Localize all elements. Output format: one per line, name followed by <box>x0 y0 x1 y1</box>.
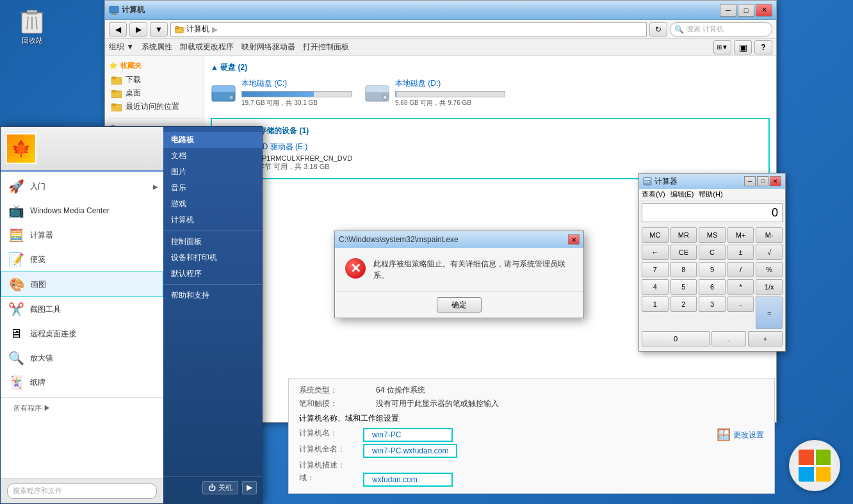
back-button[interactable]: ◀ <box>109 22 127 37</box>
calc-menu-edit[interactable]: 编辑(E) <box>670 190 694 199</box>
start-item-wmc[interactable]: 📺 Windows Media Center <box>1 199 163 223</box>
right-item-cpanel[interactable]: 控制面板 <box>163 234 262 250</box>
calc-equals-right[interactable]: = <box>756 297 783 329</box>
calc-dot[interactable]: . <box>711 331 746 346</box>
address-bar[interactable]: 计算机 ▶ <box>170 22 647 37</box>
calc-add[interactable]: + <box>748 331 783 346</box>
start-item-notes[interactable]: 📝 便笺 <box>1 247 163 272</box>
calc-sqrt[interactable]: √ <box>756 245 783 260</box>
start-item-rdp[interactable]: 🖥 远程桌面连接 <box>1 321 163 346</box>
toolbar-organize[interactable]: 组织 ▼ <box>109 42 134 53</box>
calc-5[interactable]: 5 <box>670 279 697 295</box>
drive-c[interactable]: 本地磁盘 (C:) 19.7 GB 可用，共 30.1 GB <box>211 78 352 108</box>
start-menu-right: 电路板 文档 图片 音乐 游戏 计算机 控制面板 设备和打印机 <box>163 127 262 503</box>
calc-back[interactable]: ← <box>642 245 669 260</box>
calc-maximize[interactable]: □ <box>757 176 768 186</box>
calc-7[interactable]: 7 <box>642 262 669 277</box>
calc-9[interactable]: 9 <box>699 262 726 277</box>
calc-mminus[interactable]: M- <box>756 227 783 243</box>
calc-0[interactable]: 0 <box>642 331 710 346</box>
start-search-input[interactable]: 搜索程序和文件 <box>7 484 157 499</box>
toolbar-system-props[interactable]: 系统属性 <box>142 42 172 53</box>
calc-title-text: 计算器 <box>654 176 678 187</box>
recycle-bin-label: 回收站 <box>22 36 43 45</box>
search-box[interactable]: 🔍 搜索 计算机 <box>670 22 772 37</box>
start-menu-search: 搜索程序和文件 <box>1 478 163 503</box>
right-item-games[interactable]: 游戏 <box>163 196 262 212</box>
pen-value: 没有可用于此显示器的笔或触控输入 <box>376 398 499 409</box>
change-settings-btn[interactable]: 🪟 更改设置 <box>717 428 764 442</box>
sidebar-item-recent[interactable]: 最近访问的位置 <box>109 100 200 113</box>
forward-button[interactable]: ▶ <box>129 22 147 37</box>
dvd-device[interactable]: DVD 驱动器 (E:) GSP1RMCULXFRER_CN_DVD 0 字节 … <box>218 142 762 172</box>
dialog-close-button[interactable]: ✕ <box>568 234 580 245</box>
right-item-circuit[interactable]: 电路板 <box>163 132 262 148</box>
calc-recip[interactable]: 1/x <box>756 279 783 295</box>
svg-point-25 <box>384 96 386 99</box>
shutdown-button[interactable]: ⏻ 关机 <box>202 481 238 494</box>
calc-div[interactable]: / <box>727 262 754 277</box>
calc-4[interactable]: 4 <box>642 279 669 295</box>
calc-mc[interactable]: MC <box>642 227 669 243</box>
calc-menu-view[interactable]: 查看(V) <box>642 190 665 199</box>
right-item-default-progs[interactable]: 默认程序 <box>163 266 262 282</box>
calc-sign[interactable]: ± <box>727 245 754 260</box>
calc-sub[interactable]: - <box>727 297 754 312</box>
calc-c[interactable]: C <box>699 245 726 260</box>
right-item-pictures[interactable]: 图片 <box>163 164 262 180</box>
dialog-ok-button[interactable]: 确定 <box>437 297 482 313</box>
view-btn[interactable]: ⊞▼ <box>713 40 731 54</box>
domain-row: 域： wxfudan.com <box>299 473 457 487</box>
start-item-calc[interactable]: 🧮 计算器 <box>1 223 163 247</box>
right-item-devices[interactable]: 设备和打印机 <box>163 250 262 266</box>
right-item-help[interactable]: 帮助和支持 <box>163 288 262 304</box>
sidebar-item-download[interactable]: 下载 <box>109 73 200 86</box>
preview-pane-btn[interactable]: ▣ <box>734 40 752 54</box>
sidebar-item-desktop[interactable]: 桌面 <box>109 86 200 100</box>
drive-c-size: 19.7 GB 可用，共 30.1 GB <box>241 99 352 108</box>
shutdown-arrow[interactable]: ▶ <box>242 481 257 494</box>
close-button[interactable]: ✕ <box>756 4 772 17</box>
start-item-paint[interactable]: 🎨 画图 <box>1 272 163 297</box>
start-item-intro[interactable]: 🚀 入门 ▶ <box>1 174 163 199</box>
calc-minimize[interactable]: ─ <box>744 176 756 186</box>
help-btn[interactable]: ? <box>754 40 772 54</box>
start-menu-left: 🍁 🚀 入门 ▶ 📺 Windows Media Center 🧮 计算器 <box>1 127 163 503</box>
recycle-bin[interactable]: 回收站 <box>13 6 51 45</box>
calc-6[interactable]: 6 <box>699 279 726 295</box>
start-item-more[interactable]: 所有程序 ▶ <box>1 400 163 416</box>
calc-8[interactable]: 8 <box>670 262 697 277</box>
calc-menu-help[interactable]: 帮助(H) <box>699 190 722 199</box>
favorites-section: ⭐ 收藏夹 <box>109 61 200 70</box>
calc-mul[interactable]: * <box>727 279 754 295</box>
calc-mplus[interactable]: M+ <box>727 227 754 243</box>
solitaire-icon: 🃏 <box>7 373 25 391</box>
start-item-magnifier-label: 放大镜 <box>30 353 53 364</box>
calc-ce[interactable]: CE <box>670 245 697 260</box>
start-item-magnifier[interactable]: 🔍 放大镜 <box>1 346 163 370</box>
calc-2[interactable]: 2 <box>670 297 697 312</box>
right-item-computer[interactable]: 计算机 <box>163 212 262 228</box>
start-item-snip[interactable]: ✂️ 截图工具 <box>1 297 163 321</box>
maximize-button[interactable]: □ <box>738 4 754 17</box>
toolbar-map-drive[interactable]: 映射网络驱动器 <box>241 42 295 53</box>
start-item-solitaire[interactable]: 🃏 纸牌 <box>1 370 163 394</box>
recent-button[interactable]: ▼ <box>150 22 168 37</box>
calc-1[interactable]: 1 <box>642 297 669 312</box>
start-menu-divider <box>1 397 163 398</box>
right-item-music[interactable]: 音乐 <box>163 180 262 196</box>
refresh-button[interactable]: ↻ <box>649 22 667 37</box>
notes-icon: 📝 <box>7 250 25 268</box>
computer-name-value: win7-PC <box>363 428 453 442</box>
calc-mr[interactable]: MR <box>670 227 697 243</box>
calc-close[interactable]: ✕ <box>770 176 781 186</box>
calc-3[interactable]: 3 <box>699 297 726 312</box>
drive-c-info: 本地磁盘 (C:) 19.7 GB 可用，共 30.1 GB <box>241 78 352 108</box>
calc-ms[interactable]: MS <box>699 227 726 243</box>
calc-pct[interactable]: % <box>756 262 783 277</box>
minimize-button[interactable]: ─ <box>720 4 736 17</box>
right-item-docs[interactable]: 文档 <box>163 148 262 164</box>
toolbar-uninstall[interactable]: 卸载或更改程序 <box>180 42 234 53</box>
drive-d[interactable]: 本地磁盘 (D:) 9.68 GB 可用，共 9.76 GB <box>364 78 505 108</box>
toolbar-open-cpanel[interactable]: 打开控制面板 <box>303 42 349 53</box>
